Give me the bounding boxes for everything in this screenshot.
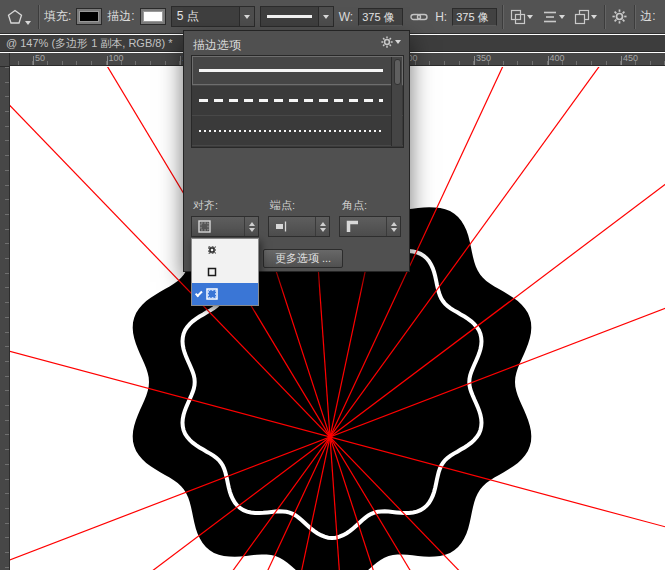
solid-line-sample	[199, 69, 383, 72]
butt-cap-icon	[275, 221, 289, 232]
align-center-icon	[206, 266, 218, 278]
ruler-tick-label: 50	[35, 54, 45, 63]
width-value: 375 像	[362, 11, 394, 23]
separator	[38, 5, 39, 29]
vertical-ruler[interactable]	[0, 67, 10, 570]
stroke-style-dotted-row[interactable]	[192, 116, 403, 146]
combo-spinner[interactable]	[244, 217, 258, 236]
align-outside-item[interactable]	[192, 283, 258, 305]
align-center-item[interactable]	[192, 261, 258, 283]
stroke-options-panel: 描边选项 对齐: 端点: 角点:	[183, 30, 410, 272]
ruler-tick-label: 350	[476, 54, 491, 63]
combo-spinner[interactable]	[315, 217, 329, 236]
ruler-tick-label: 400	[550, 54, 565, 63]
path-arrangement-icon	[574, 9, 590, 25]
ruler-major-tick	[548, 56, 549, 65]
stroke-width-combo[interactable]: 5 点	[171, 6, 255, 27]
ruler-corner	[0, 53, 10, 67]
path-arrangement-button[interactable]	[572, 7, 599, 27]
combo-spinner[interactable]	[386, 217, 400, 236]
corners-combo[interactable]	[339, 216, 401, 237]
ruler-tick-label: 100	[109, 54, 124, 63]
spin-down-icon	[391, 228, 397, 232]
stroke-style-list	[191, 55, 404, 148]
link-icon	[410, 12, 428, 22]
align-inside-item[interactable]	[192, 239, 258, 261]
ruler-tick-label: 450	[623, 54, 638, 63]
height-field[interactable]: 375 像	[452, 8, 497, 26]
stroke-style-dropdown-arrow[interactable]	[318, 7, 333, 26]
more-options-button[interactable]: 更多选项 ...	[263, 249, 343, 268]
spin-up-icon	[249, 222, 255, 226]
ruler-major-tick	[474, 56, 475, 65]
separator	[634, 5, 635, 29]
stroke-width-dropdown-arrow[interactable]	[239, 7, 254, 26]
separator	[502, 5, 503, 29]
miter-corner-icon	[346, 220, 359, 233]
options-bar: 填充: 描边: 5 点 W: 375 像 H: 375 像	[0, 0, 665, 34]
check-slot	[192, 292, 206, 296]
scrollbar[interactable]	[391, 57, 402, 146]
caret-down-icon	[395, 40, 401, 44]
fill-swatch[interactable]	[76, 8, 102, 25]
caret-down-icon	[527, 15, 533, 19]
geometry-options-button[interactable]	[610, 7, 629, 26]
spin-up-icon	[391, 222, 397, 226]
align-label: 对齐:	[193, 198, 218, 213]
caret-down-icon	[591, 15, 597, 19]
dashed-line-sample	[199, 99, 383, 102]
checkmark-icon	[194, 289, 202, 297]
path-operations-button[interactable]	[508, 7, 535, 27]
align-outside-icon	[198, 220, 211, 233]
gear-icon	[612, 9, 627, 24]
link-dimensions-button[interactable]	[408, 10, 430, 24]
caret-down-icon	[559, 15, 565, 19]
height-label: H:	[435, 10, 447, 24]
align-combo[interactable]	[191, 216, 259, 237]
stroke-style-dashed-row[interactable]	[192, 86, 403, 116]
align-dropdown-menu	[191, 238, 259, 306]
caret-down-icon	[25, 21, 31, 25]
path-alignment-icon	[542, 9, 558, 25]
polygon-tool-icon	[7, 9, 23, 25]
dotted-line-sample	[199, 130, 383, 132]
caret-down-icon	[244, 15, 250, 19]
panel-title: 描边选项	[193, 37, 241, 54]
gear-icon	[381, 36, 393, 48]
sides-label: 边:	[640, 8, 655, 25]
align-outside-icon	[206, 288, 218, 300]
scrollbar-thumb[interactable]	[394, 59, 401, 85]
stroke-style-solid-row[interactable]	[192, 56, 403, 86]
spin-down-icon	[320, 228, 326, 232]
tool-preset-picker[interactable]	[5, 7, 33, 27]
width-label: W:	[339, 10, 353, 24]
stroke-label: 描边:	[107, 8, 134, 25]
ruler-major-tick	[621, 56, 622, 65]
caps-combo[interactable]	[268, 216, 330, 237]
path-operations-icon	[510, 9, 526, 25]
ruler-major-tick	[33, 56, 34, 65]
width-field[interactable]: 375 像	[358, 8, 403, 26]
stroke-style-sample	[267, 15, 312, 18]
document-title: @ 147% (多边形 1 副本, RGB/8) *	[6, 37, 172, 49]
corners-label: 角点:	[342, 198, 367, 213]
photoshop-window: 填充: 描边: 5 点 W: 375 像 H: 375 像	[0, 0, 665, 570]
height-value: 375 像	[456, 11, 488, 23]
stroke-style-combo[interactable]	[260, 6, 334, 27]
lines-center-point	[328, 435, 333, 440]
separator	[604, 5, 605, 29]
panel-menu-button[interactable]	[381, 36, 401, 48]
stroke-color	[143, 11, 163, 22]
fill-color	[79, 11, 99, 22]
caret-down-icon	[323, 15, 329, 19]
spin-up-icon	[320, 222, 326, 226]
align-inside-icon	[206, 244, 218, 256]
ruler-major-tick	[107, 56, 108, 65]
fill-label: 填充:	[44, 8, 71, 25]
caps-label: 端点:	[270, 198, 295, 213]
stroke-width-value: 5 点	[172, 8, 239, 25]
ruler-major-tick	[180, 56, 181, 65]
path-alignment-button[interactable]	[540, 7, 567, 27]
stroke-swatch[interactable]	[140, 8, 166, 25]
spin-down-icon	[249, 228, 255, 232]
